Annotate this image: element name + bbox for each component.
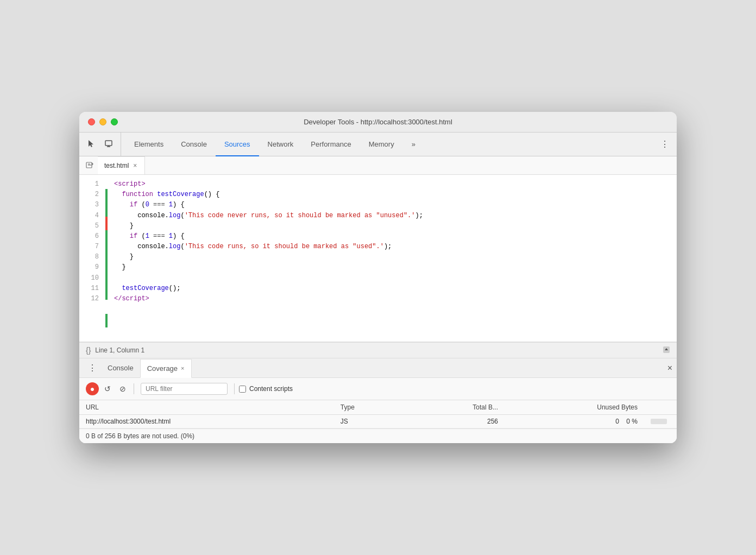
coverage-table-body: http://localhost:3000/test.html JS 256 0… [79, 415, 677, 428]
window-title: Developer Tools - http://localhost:3000/… [304, 118, 452, 126]
cell-url: http://localhost:3000/test.html [79, 415, 334, 428]
tab-more[interactable]: » [403, 133, 424, 156]
tab-elements[interactable]: Elements [125, 133, 172, 156]
main-toolbar: Elements Console Sources Network Perform… [79, 133, 677, 156]
col-unused[interactable]: Unused Bytes [505, 400, 644, 415]
cell-total: 256 [405, 415, 505, 428]
tab-performance[interactable]: Performance [302, 133, 360, 156]
file-tab-name: test.html [104, 162, 129, 169]
status-bar: {} Line 1, Column 1 [79, 342, 677, 358]
cell-type: JS [334, 415, 405, 428]
bottom-panel-close-icon[interactable]: × [667, 363, 672, 373]
reload-button[interactable]: ↺ [101, 382, 114, 395]
col-type[interactable]: Type [334, 400, 405, 415]
scroll-to-top-icon[interactable] [663, 346, 670, 355]
line-numbers: 123456789101112 [79, 175, 105, 342]
devtools-window: Developer Tools - http://localhost:3000/… [79, 112, 677, 443]
file-tab-close-icon[interactable]: × [132, 161, 138, 171]
file-tab-testhtml[interactable]: test.html × [98, 156, 145, 174]
svg-marker-6 [92, 162, 93, 166]
toolbar-icons [84, 133, 121, 156]
bottom-tab-coverage[interactable]: Coverage × [140, 359, 192, 378]
separator2 [234, 383, 235, 394]
minimize-button[interactable] [99, 118, 106, 125]
coverage-footer: 0 B of 256 B bytes are not used. (0%) [79, 428, 677, 443]
bottom-tab-close-icon[interactable]: × [181, 365, 184, 371]
table-row[interactable]: http://localhost:3000/test.html JS 256 0… [79, 415, 677, 428]
cursor-icon[interactable] [84, 136, 99, 152]
bottom-tabs-bar: ⋮ Console Coverage × × [79, 358, 677, 378]
content-scripts-label: Content scripts [239, 385, 293, 393]
svg-rect-0 [105, 141, 112, 146]
bottom-tab-console[interactable]: Console [101, 358, 140, 377]
col-total[interactable]: Total B... [405, 400, 505, 415]
tab-network[interactable]: Network [259, 133, 303, 156]
traffic-lights [88, 118, 118, 125]
clear-button[interactable]: ⊘ [116, 382, 129, 395]
col-url[interactable]: URL [79, 400, 334, 415]
col-bar [644, 400, 677, 415]
editor-area: 123456789101112 <script> function testCo… [79, 175, 677, 342]
cell-unused: 0 0 % [505, 415, 644, 428]
content-scripts-checkbox[interactable] [239, 386, 246, 393]
toolbar-more: ⋮ [657, 133, 672, 156]
title-bar: Developer Tools - http://localhost:3000/… [79, 112, 677, 133]
more-options-icon[interactable]: ⋮ [657, 136, 672, 152]
pretty-print-icon[interactable]: {} [86, 346, 91, 355]
cell-bar [644, 415, 677, 428]
tab-memory[interactable]: Memory [360, 133, 403, 156]
inspect-icon[interactable] [101, 136, 116, 152]
url-filter-input[interactable] [141, 383, 228, 395]
table-header-row: URL Type Total B... Unused Bytes [79, 400, 677, 415]
coverage-toolbar: ● ↺ ⊘ Content scripts [79, 378, 677, 400]
record-button[interactable]: ● [86, 382, 99, 395]
bottom-more-icon[interactable]: ⋮ [84, 361, 101, 375]
cursor-position: Line 1, Column 1 [95, 346, 144, 354]
coverage-table: URL Type Total B... Unused Bytes http://… [79, 400, 677, 428]
maximize-button[interactable] [111, 118, 118, 125]
file-tabs-bar: test.html × [79, 156, 677, 175]
separator [134, 383, 134, 394]
close-button[interactable] [88, 118, 95, 125]
tab-console[interactable]: Console [172, 133, 216, 156]
tab-sources[interactable]: Sources [216, 133, 259, 156]
code-content[interactable]: <script> function testCoverage() { if (0… [108, 175, 677, 342]
file-tree-icon[interactable] [81, 156, 98, 174]
bottom-panel: ⋮ Console Coverage × × ● ↺ ⊘ Content scr… [79, 358, 677, 443]
main-tabs: Elements Console Sources Network Perform… [125, 133, 424, 156]
url-filter [141, 383, 228, 395]
